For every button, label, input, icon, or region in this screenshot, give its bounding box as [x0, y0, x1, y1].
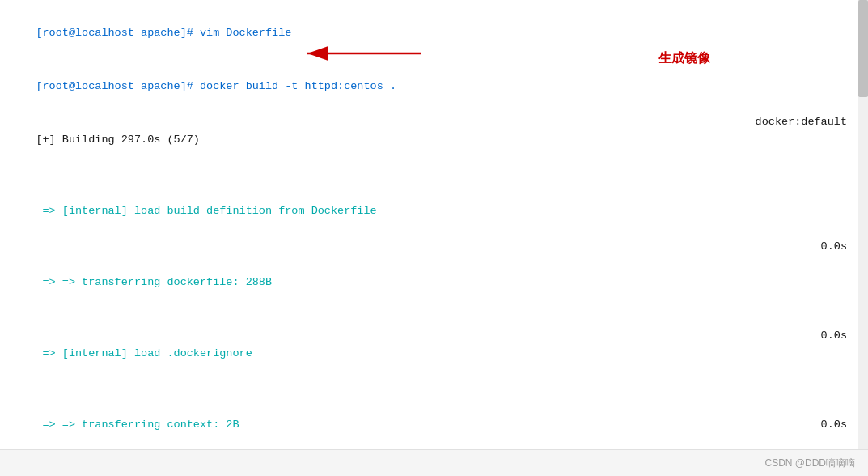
docker-default-label: docker:default — [756, 113, 847, 131]
terminal-line-3: [+] Building 297.0s (5/7) docker:default — [10, 113, 858, 185]
annotation-text: 生成镜像 — [658, 50, 710, 67]
line4-text: => [internal] load build definition from… — [36, 205, 376, 217]
scrollbar-thumb[interactable] — [858, 0, 868, 97]
time-4: 0.0s — [821, 238, 847, 256]
terminal-line-6: => [internal] load .dockerignore 0.0s — [10, 327, 858, 398]
terminal-line-5: => => transferring dockerfile: 288B 0.0s — [10, 256, 858, 327]
building-text: [+] Building 297.0s (5/7) — [36, 134, 200, 146]
terminal-line-7: => => transferring context: 2B 0.0s — [10, 398, 858, 449]
terminal-line-4: => [internal] load build definition from… — [10, 185, 858, 256]
line6-text: => [internal] load .dockerignore — [36, 347, 252, 359]
scrollbar-area[interactable] — [858, 0, 868, 449]
terminal-line-2: [root@localhost apache]# docker build -t… — [10, 60, 858, 113]
line5-text: => => transferring dockerfile: 288B — [36, 276, 272, 288]
footer-text: CSDN @DDD嘀嘀嘀 — [764, 457, 855, 470]
line7-text: => => transferring context: 2B — [36, 419, 239, 431]
prompt-2: [root@localhost apache]# docker build -t… — [36, 80, 396, 92]
footer-bar: CSDN @DDD嘀嘀嘀 — [0, 449, 868, 476]
terminal-line-1: [root@localhost apache]# vim Dockerfile — [10, 6, 858, 60]
prompt-1: [root@localhost apache]# vim Dockerfile — [36, 27, 291, 39]
terminal-container: [root@localhost apache]# vim Dockerfile … — [0, 0, 868, 449]
